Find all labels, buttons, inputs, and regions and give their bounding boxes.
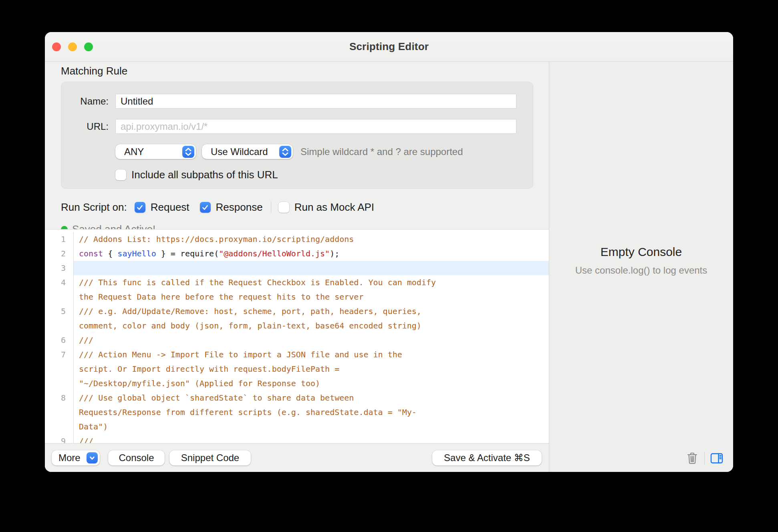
url-input[interactable] [115,119,516,134]
line-number: 6 [45,333,74,347]
line-number [45,405,74,419]
window-title: Scripting Editor [45,40,733,53]
snippet-code-button[interactable]: Snippet Code [169,450,251,466]
matching-rule-label: Matching Rule [61,65,532,77]
name-input[interactable] [115,94,516,109]
chevron-up-down-icon [279,146,291,158]
code-line[interactable]: script. Or Import directly with request.… [45,362,549,376]
more-button[interactable]: More [52,450,100,466]
matching-rule-groupbox: Name: URL: ANY [61,82,533,189]
line-number: 4 [45,275,74,290]
console-button[interactable]: Console [108,450,165,466]
mock-api-label: Run as Mock API [294,201,374,214]
code-line-text: Data") [74,419,549,434]
bottom-toolbar: More Console Snippet Code [45,443,549,472]
code-line-text: /// Action Menu -> Import File to import… [74,347,549,362]
line-number [45,290,74,304]
code-line-text: // Addons List: https://docs.proxyman.io… [74,232,549,246]
code-line-text: the Request Data here before the request… [74,290,549,304]
run-script-label: Run Script on: [61,201,127,214]
code-line-text: /// e.g. Add/Update/Remove: host, scheme… [74,304,549,318]
code-line-text: /// This func is called if the Request C… [74,275,549,290]
code-line[interactable]: 3 [45,261,549,275]
console-panel: Empty Console Use console.log() to log e… [549,62,733,472]
code-line-text: script. Or Import directly with request.… [74,362,549,376]
request-checkbox[interactable] [135,202,145,213]
match-mode-dropdown-value: Use Wildcard [211,146,268,157]
line-number [45,419,74,434]
code-editor[interactable]: 1// Addons List: https://docs.proxyman.i… [45,229,549,443]
code-line[interactable]: "~/Desktop/myfile.json" (Applied for Res… [45,376,549,391]
snippet-code-button-label: Snippet Code [181,452,239,463]
console-empty-state: Empty Console Use console.log() to log e… [549,62,733,276]
code-line[interactable]: 8/// Use global object `sharedState` to … [45,391,549,405]
save-activate-button-label: Save & Activate ⌘S [444,452,530,463]
code-line[interactable]: 1// Addons List: https://docs.proxyman.i… [45,232,549,246]
method-dropdown[interactable]: ANY [115,144,196,159]
include-subpaths-checkbox[interactable] [115,169,126,180]
request-label: Request [151,201,189,214]
divider [704,452,705,465]
sidebar-toggle-icon[interactable] [709,450,725,466]
line-number: 9 [45,434,74,443]
desktop-background: Scripting Editor Matching Rule Name: URL… [0,0,778,532]
line-number [45,362,74,376]
save-activate-button[interactable]: Save & Activate ⌘S [432,450,542,466]
line-number [45,376,74,391]
code-line-text [74,261,549,275]
console-panel-actions [684,450,725,466]
chevron-up-down-icon [182,146,194,158]
line-number: 8 [45,391,74,405]
wildcard-hint: Simple wildcard * and ? are supported [300,146,463,157]
console-empty-title: Empty Console [549,245,733,259]
code-line[interactable]: 6/// [45,333,549,347]
check-icon [201,204,209,212]
code-line-text: comment, color and body (json, form, pla… [74,318,549,333]
method-dropdown-value: ANY [124,146,144,157]
line-number: 5 [45,304,74,318]
line-number: 1 [45,232,74,246]
code-line[interactable]: 5/// e.g. Add/Update/Remove: host, schem… [45,304,549,318]
code-line[interactable]: 9/// [45,434,549,443]
response-checkbox[interactable] [200,202,211,213]
console-button-label: Console [119,452,154,463]
line-number [45,318,74,333]
console-empty-subtitle: Use console.log() to log events [549,265,733,276]
run-script-row: Run Script on: Request [61,201,532,214]
code-line[interactable]: Data") [45,419,549,434]
include-subpaths-label: Include all subpaths of this URL [131,169,278,181]
scripting-editor-window: Scripting Editor Matching Rule Name: URL… [45,32,733,472]
code-line[interactable]: comment, color and body (json, form, pla… [45,318,549,333]
code-line[interactable]: 7/// Action Menu -> Import File to impor… [45,347,549,362]
code-line-text: "~/Desktop/myfile.json" (Applied for Res… [74,376,549,391]
code-line-text: /// [74,434,549,443]
main-column: Matching Rule Name: URL: ANY [45,62,549,472]
line-number: 3 [45,261,74,275]
response-label: Response [216,201,263,214]
code-line-text: /// [74,333,549,347]
code-line[interactable]: the Request Data here before the request… [45,290,549,304]
trash-icon[interactable] [684,450,700,466]
more-button-label: More [58,452,81,463]
divider [271,202,271,214]
code-line-text: Requests/Response from different scripts… [74,405,549,419]
code-line[interactable]: 2const { sayHello } = require("@addons/H… [45,246,549,261]
line-number: 2 [45,246,74,261]
line-number: 7 [45,347,74,362]
check-icon [136,204,144,212]
url-label: URL: [70,121,109,132]
mock-api-checkbox[interactable] [278,202,289,213]
titlebar[interactable]: Scripting Editor [45,32,733,62]
match-mode-dropdown[interactable]: Use Wildcard [202,144,293,159]
code-line[interactable]: 4/// This func is called if the Request … [45,275,549,290]
chevron-down-icon [87,452,98,463]
code-line-text: /// Use global object `sharedState` to s… [74,391,549,405]
code-line[interactable]: Requests/Response from different scripts… [45,405,549,419]
name-label: Name: [70,96,109,107]
matching-rule-section: Matching Rule Name: URL: ANY [45,62,549,229]
code-line-text: const { sayHello } = require("@addons/He… [74,246,549,261]
